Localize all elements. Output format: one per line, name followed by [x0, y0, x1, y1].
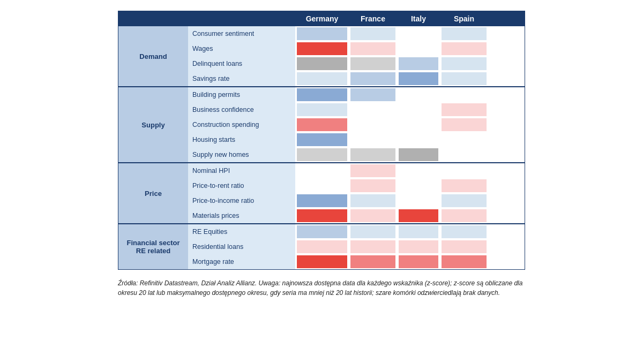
heat-france: [350, 194, 395, 207]
heat-france: [350, 240, 395, 253]
heat-france: [350, 225, 395, 238]
row-label: Price-to-income ratio: [188, 193, 295, 208]
section-category: Supply: [118, 87, 188, 162]
heat-italy: [399, 225, 438, 238]
header-col-4: Italy: [397, 11, 440, 26]
heat-france: [350, 42, 395, 55]
heat-spain: [442, 57, 487, 70]
section-0: DemandConsumer sentimentWagesDelinquent …: [118, 26, 525, 87]
heat-spain: [442, 72, 487, 85]
heat-spain: [442, 240, 487, 253]
heatmap-table: GermanyFranceItalySpainDemandConsumer se…: [118, 11, 525, 270]
row-label: Mortgage rate: [188, 254, 295, 269]
section-3: Financial sector RE relatedRE EquitiesRe…: [118, 224, 525, 269]
heat-spain: [442, 27, 487, 40]
heat-spain: [442, 118, 487, 131]
heat-france: [350, 88, 395, 101]
heat-italy: [399, 255, 438, 268]
heat-germany: [297, 133, 347, 146]
heat-france: [350, 133, 395, 146]
heat-spain: [442, 133, 487, 146]
heat-spain: [442, 255, 487, 268]
heat-germany: [297, 255, 347, 268]
heat-spain: [442, 164, 487, 177]
section-1: SupplyBuilding permitsBusiness confidenc…: [118, 87, 525, 163]
heat-italy: [399, 88, 438, 101]
heat-italy: [399, 27, 438, 40]
heat-germany: [297, 194, 347, 207]
heat-germany: [297, 179, 347, 192]
row-label: Savings rate: [188, 71, 295, 86]
section-category: Price: [118, 163, 188, 223]
heat-germany: [297, 42, 347, 55]
heat-spain: [442, 42, 487, 55]
heat-italy: [399, 57, 438, 70]
heat-germany: [297, 240, 347, 253]
heat-italy: [399, 209, 438, 222]
header-col-5: Spain: [440, 11, 488, 26]
heat-germany: [297, 225, 347, 238]
heat-spain: [442, 148, 487, 161]
header-col-3: France: [349, 11, 397, 26]
heat-france: [350, 255, 395, 268]
footnote-text: Źródła: Refinitiv Datastream, Dział Anal…: [118, 278, 525, 298]
section-category: Financial sector RE related: [118, 224, 188, 269]
heat-france: [350, 179, 395, 192]
heat-italy: [399, 118, 438, 131]
heat-italy: [399, 240, 438, 253]
section-2: PriceNominal HPIPrice-to-rent ratioPrice…: [118, 163, 525, 224]
heat-france: [350, 148, 395, 161]
row-label: Consumer sentiment: [188, 26, 295, 41]
row-label: RE Equities: [188, 224, 295, 239]
heat-spain: [442, 179, 487, 192]
row-label: Supply new homes: [188, 147, 295, 162]
table-header: GermanyFranceItalySpain: [118, 11, 525, 26]
section-category: Demand: [118, 26, 188, 86]
row-label: Nominal HPI: [188, 163, 295, 178]
row-label: Delinquent loans: [188, 56, 295, 71]
heat-spain: [442, 103, 487, 116]
header-col-2: Germany: [295, 11, 349, 26]
heat-germany: [297, 103, 347, 116]
heat-france: [350, 57, 395, 70]
heat-germany: [297, 148, 347, 161]
heat-italy: [399, 164, 438, 177]
heat-germany: [297, 57, 347, 70]
row-label: Construction spending: [188, 117, 295, 132]
heat-italy: [399, 72, 438, 85]
heat-germany: [297, 164, 347, 177]
heat-france: [350, 209, 395, 222]
header-col-1: [188, 16, 295, 22]
heat-spain: [442, 194, 487, 207]
heat-italy: [399, 103, 438, 116]
row-label: Housing starts: [188, 132, 295, 147]
row-label: Residential loans: [188, 239, 295, 254]
row-label: Price-to-rent ratio: [188, 178, 295, 193]
heat-italy: [399, 133, 438, 146]
heat-spain: [442, 225, 487, 238]
heat-france: [350, 103, 395, 116]
heat-france: [350, 27, 395, 40]
heat-france: [350, 164, 395, 177]
heat-germany: [297, 209, 347, 222]
heat-spain: [442, 88, 487, 101]
heat-germany: [297, 88, 347, 101]
heat-germany: [297, 118, 347, 131]
heat-italy: [399, 194, 438, 207]
heat-france: [350, 118, 395, 131]
heat-germany: [297, 27, 347, 40]
heat-france: [350, 72, 395, 85]
heat-italy: [399, 179, 438, 192]
row-label: Building permits: [188, 87, 295, 102]
heat-spain: [442, 209, 487, 222]
row-label: Wages: [188, 41, 295, 56]
heat-italy: [399, 42, 438, 55]
heat-germany: [297, 72, 347, 85]
row-label: Materials prices: [188, 208, 295, 223]
header-col-0: [118, 16, 188, 22]
heat-italy: [399, 148, 438, 161]
row-label: Business confidence: [188, 102, 295, 117]
